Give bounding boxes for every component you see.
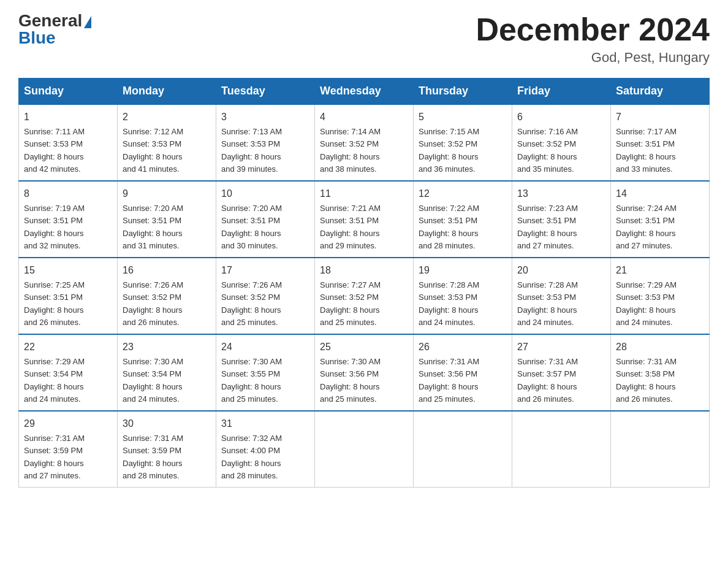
col-wednesday: Wednesday [315,79,414,105]
day-info: Sunrise: 7:11 AMSunset: 3:53 PMDaylight:… [24,127,85,174]
day-number: 24 [221,340,309,354]
logo-general-text: General [18,11,91,30]
day-number: 29 [24,416,112,431]
table-row: 24 Sunrise: 7:30 AMSunset: 3:55 PMDaylig… [216,334,315,411]
day-number: 2 [123,110,211,124]
day-info: Sunrise: 7:12 AMSunset: 3:53 PMDaylight:… [123,127,183,174]
day-info: Sunrise: 7:28 AMSunset: 3:53 PMDaylight:… [517,280,578,327]
day-info: Sunrise: 7:27 AMSunset: 3:52 PMDaylight:… [320,280,381,327]
day-info: Sunrise: 7:31 AMSunset: 3:57 PMDaylight:… [517,357,578,404]
day-number: 19 [419,263,507,278]
title-block: December 2024 God, Pest, Hungary [476,12,710,66]
table-row: 4 Sunrise: 7:14 AMSunset: 3:52 PMDayligh… [315,104,414,181]
day-number: 27 [517,340,605,354]
day-info: Sunrise: 7:29 AMSunset: 3:54 PMDaylight:… [24,357,85,404]
table-row: 31 Sunrise: 7:32 AMSunset: 4:00 PMDaylig… [216,411,315,488]
table-row: 11 Sunrise: 7:21 AMSunset: 3:51 PMDaylig… [315,181,414,258]
table-row: 20 Sunrise: 7:28 AMSunset: 3:53 PMDaylig… [512,258,611,334]
table-row: 18 Sunrise: 7:27 AMSunset: 3:52 PMDaylig… [315,258,414,334]
table-row: 17 Sunrise: 7:26 AMSunset: 3:52 PMDaylig… [216,258,315,334]
day-info: Sunrise: 7:31 AMSunset: 3:56 PMDaylight:… [419,357,479,404]
table-row [611,411,710,488]
table-row: 5 Sunrise: 7:15 AMSunset: 3:52 PMDayligh… [414,104,512,181]
calendar-week-row: 8 Sunrise: 7:19 AMSunset: 3:51 PMDayligh… [19,181,710,258]
day-number: 30 [123,416,211,431]
calendar-week-row: 29 Sunrise: 7:31 AMSunset: 3:59 PMDaylig… [19,411,710,488]
day-number: 26 [419,340,507,354]
location-text: God, Pest, Hungary [476,50,710,66]
table-row [512,411,611,488]
day-info: Sunrise: 7:20 AMSunset: 3:51 PMDaylight:… [221,204,282,250]
col-saturday: Saturday [611,79,710,105]
table-row: 26 Sunrise: 7:31 AMSunset: 3:56 PMDaylig… [414,334,512,411]
day-number: 17 [221,263,309,278]
table-row: 6 Sunrise: 7:16 AMSunset: 3:52 PMDayligh… [512,104,611,181]
day-number: 4 [320,110,408,124]
day-info: Sunrise: 7:31 AMSunset: 3:59 PMDaylight:… [24,434,85,480]
day-number: 3 [221,110,309,124]
table-row: 25 Sunrise: 7:30 AMSunset: 3:56 PMDaylig… [315,334,414,411]
calendar-week-row: 15 Sunrise: 7:25 AMSunset: 3:51 PMDaylig… [19,258,710,334]
logo-bottom-line: Blue [18,29,56,47]
day-info: Sunrise: 7:32 AMSunset: 4:00 PMDaylight:… [221,434,282,480]
day-info: Sunrise: 7:29 AMSunset: 3:53 PMDaylight:… [616,280,677,327]
day-number: 31 [221,416,309,431]
table-row: 12 Sunrise: 7:22 AMSunset: 3:51 PMDaylig… [414,181,512,258]
day-info: Sunrise: 7:20 AMSunset: 3:51 PMDaylight:… [123,204,183,250]
day-number: 12 [419,186,507,201]
calendar-table: Sunday Monday Tuesday Wednesday Thursday… [18,78,710,488]
logo-top-line: General [18,12,91,29]
day-info: Sunrise: 7:25 AMSunset: 3:51 PMDaylight:… [24,280,85,327]
table-row: 3 Sunrise: 7:13 AMSunset: 3:53 PMDayligh… [216,104,315,181]
logo-blue-text: Blue [18,28,56,47]
table-row: 23 Sunrise: 7:30 AMSunset: 3:54 PMDaylig… [118,334,216,411]
table-row: 2 Sunrise: 7:12 AMSunset: 3:53 PMDayligh… [118,104,216,181]
table-row: 9 Sunrise: 7:20 AMSunset: 3:51 PMDayligh… [118,181,216,258]
day-number: 22 [24,340,112,354]
day-number: 13 [517,186,605,201]
table-row: 15 Sunrise: 7:25 AMSunset: 3:51 PMDaylig… [19,258,118,334]
col-friday: Friday [512,79,611,105]
table-row: 13 Sunrise: 7:23 AMSunset: 3:51 PMDaylig… [512,181,611,258]
col-sunday: Sunday [19,79,118,105]
day-number: 21 [616,263,704,278]
day-number: 18 [320,263,408,278]
table-row [315,411,414,488]
calendar-week-row: 22 Sunrise: 7:29 AMSunset: 3:54 PMDaylig… [19,334,710,411]
table-row [414,411,512,488]
day-number: 20 [517,263,605,278]
table-row: 22 Sunrise: 7:29 AMSunset: 3:54 PMDaylig… [19,334,118,411]
day-info: Sunrise: 7:22 AMSunset: 3:51 PMDaylight:… [419,204,479,250]
month-title: December 2024 [476,12,710,47]
day-info: Sunrise: 7:17 AMSunset: 3:51 PMDaylight:… [616,127,677,174]
day-info: Sunrise: 7:23 AMSunset: 3:51 PMDaylight:… [517,204,578,250]
day-info: Sunrise: 7:30 AMSunset: 3:54 PMDaylight:… [123,357,183,404]
day-info: Sunrise: 7:30 AMSunset: 3:55 PMDaylight:… [221,357,282,404]
day-info: Sunrise: 7:31 AMSunset: 3:59 PMDaylight:… [123,434,183,480]
logo: General Blue [18,12,91,47]
table-row: 10 Sunrise: 7:20 AMSunset: 3:51 PMDaylig… [216,181,315,258]
calendar-week-row: 1 Sunrise: 7:11 AMSunset: 3:53 PMDayligh… [19,104,710,181]
table-row: 21 Sunrise: 7:29 AMSunset: 3:53 PMDaylig… [611,258,710,334]
table-row: 29 Sunrise: 7:31 AMSunset: 3:59 PMDaylig… [19,411,118,488]
day-number: 7 [616,110,704,124]
table-row: 8 Sunrise: 7:19 AMSunset: 3:51 PMDayligh… [19,181,118,258]
table-row: 19 Sunrise: 7:28 AMSunset: 3:53 PMDaylig… [414,258,512,334]
table-row: 16 Sunrise: 7:26 AMSunset: 3:52 PMDaylig… [118,258,216,334]
table-row: 28 Sunrise: 7:31 AMSunset: 3:58 PMDaylig… [611,334,710,411]
day-number: 6 [517,110,605,124]
day-number: 25 [320,340,408,354]
day-number: 14 [616,186,704,201]
day-number: 5 [419,110,507,124]
table-row: 1 Sunrise: 7:11 AMSunset: 3:53 PMDayligh… [19,104,118,181]
day-number: 15 [24,263,112,278]
day-number: 16 [123,263,211,278]
day-number: 28 [616,340,704,354]
col-thursday: Thursday [414,79,512,105]
day-info: Sunrise: 7:13 AMSunset: 3:53 PMDaylight:… [221,127,282,174]
day-number: 9 [123,186,211,201]
day-info: Sunrise: 7:15 AMSunset: 3:52 PMDaylight:… [419,127,479,174]
day-info: Sunrise: 7:19 AMSunset: 3:51 PMDaylight:… [24,204,85,250]
day-number: 10 [221,186,309,201]
day-info: Sunrise: 7:14 AMSunset: 3:52 PMDaylight:… [320,127,381,174]
